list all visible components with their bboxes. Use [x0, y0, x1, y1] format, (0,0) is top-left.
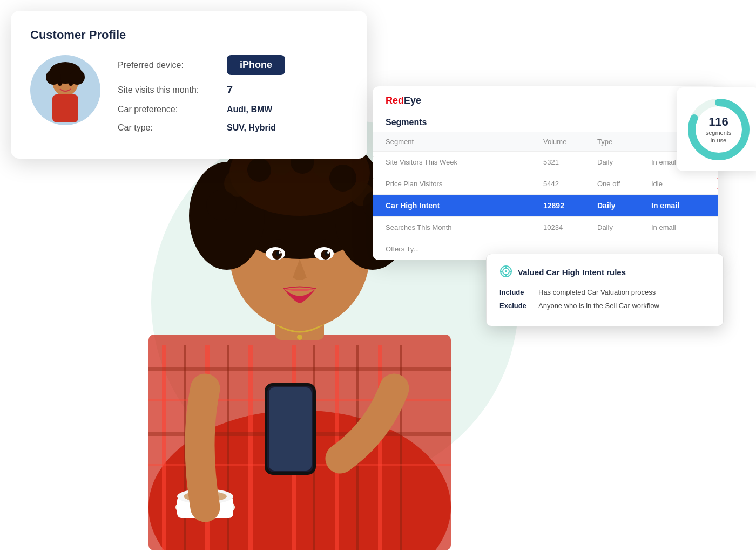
svg-point-31 [206, 190, 237, 220]
tooltip-popup: Valued Car High Intent rules Include Has… [486, 254, 724, 326]
segments-count: 116 [706, 114, 732, 128]
svg-rect-43 [269, 387, 312, 471]
segment-volume: 5442 [543, 180, 597, 188]
car-preference-label: Car preference: [118, 105, 220, 114]
avatar [30, 55, 100, 125]
redeye-brand-dark: Eye [404, 95, 421, 106]
table-row[interactable]: Price Plan Visitors 5442 One off Idle [373, 173, 718, 195]
segment-volume: 10234 [543, 223, 597, 231]
redeye-brand: RedEye [386, 95, 705, 106]
segment-status: In email [651, 223, 705, 231]
table-row[interactable]: Site Visitors This Week 5321 Daily In em… [373, 152, 718, 173]
col-header-volume: Volume [543, 138, 597, 146]
customer-profile-card: Customer Profile Preferred device: iP [11, 11, 367, 159]
car-preference-row: Car preference: Audi, BMW [118, 105, 348, 114]
segment-type: Daily [597, 223, 651, 231]
tooltip-rule-include: Include Has completed Car Valuation proc… [500, 288, 710, 296]
segment-name: Offers Ty... [386, 245, 543, 253]
redeye-header: RedEye [373, 86, 718, 113]
table-row-highlighted[interactable]: Car High Intent 12892 Daily In email [373, 195, 718, 217]
segment-type: Daily [597, 201, 651, 210]
customer-profile-title: Customer Profile [30, 28, 348, 42]
car-preference-value: Audi, BMW [227, 105, 272, 114]
iphone-badge: iPhone [227, 55, 285, 75]
svg-point-55 [69, 81, 73, 86]
svg-rect-2 [162, 345, 166, 550]
segments-chart: 116 segments in use [677, 87, 756, 171]
svg-rect-53 [52, 94, 78, 122]
include-label: Include [500, 288, 532, 296]
preferred-device-label: Preferred device: [118, 60, 220, 70]
donut-chart: 116 segments in use [686, 97, 751, 162]
col-header-segment: Segment [386, 138, 543, 146]
table-row[interactable]: Searches This Month 10234 Daily In email [373, 217, 718, 238]
svg-point-18 [297, 335, 302, 340]
segment-status: In email [651, 201, 705, 210]
svg-rect-13 [148, 367, 451, 371]
site-visits-label: Site visits this month: [118, 85, 220, 95]
eye-icon-btn[interactable] [373, 135, 374, 157]
segments-table: Segment Volume Type Site Visitors This W… [373, 132, 718, 260]
segments-label-line1: segments [706, 128, 732, 136]
segment-type: One off [597, 180, 651, 188]
segment-name: Site Visitors This Week [386, 158, 543, 166]
svg-point-63 [505, 270, 507, 272]
site-visits-value: 7 [227, 84, 233, 96]
svg-point-54 [58, 81, 62, 86]
svg-point-40 [327, 251, 329, 254]
segment-volume: 5321 [543, 158, 597, 166]
svg-rect-5 [227, 345, 229, 550]
svg-point-36 [279, 251, 281, 254]
site-visits-row: Site visits this month: 7 [118, 84, 348, 96]
exclude-label: Exclude [500, 302, 532, 310]
col-header-type: Type [597, 138, 651, 146]
car-type-value: SUV, Hybrid [227, 123, 276, 133]
redeye-brand-red: Red [386, 95, 404, 106]
segment-name: Car High Intent [386, 201, 543, 210]
segments-panel: RedEye Segments Segment Volume Type Site… [373, 86, 718, 260]
segment-volume: 12892 [543, 201, 597, 210]
svg-rect-11 [378, 345, 382, 550]
profile-details: Preferred device: iPhone Site visits thi… [118, 55, 348, 141]
preferred-device-row: Preferred device: iPhone [118, 55, 348, 75]
tooltip-rule-exclude: Exclude Anyone who is in the Sell Car wo… [500, 302, 710, 310]
include-text: Has completed Car Valuation process [538, 288, 656, 296]
table-header: Segment Volume Type [373, 132, 718, 152]
tooltip-title-text: Valued Car High Intent rules [518, 268, 626, 277]
svg-rect-6 [248, 345, 253, 550]
segments-title: Segments [373, 113, 718, 132]
exclude-text: Anyone who is in the Sell Car workflow [538, 302, 659, 310]
car-type-label: Car type: [118, 123, 220, 133]
person-icon-btn[interactable] [373, 157, 374, 179]
segment-status: Idle [651, 180, 705, 188]
svg-point-25 [247, 158, 271, 182]
segment-type: Daily [597, 158, 651, 166]
tooltip-title: Valued Car High Intent rules [500, 265, 710, 280]
segment-name: Price Plan Visitors [386, 180, 543, 188]
target-icon [500, 265, 512, 280]
donut-text: 116 segments in use [706, 114, 732, 144]
car-type-row: Car type: SUV, Hybrid [118, 123, 348, 133]
segment-name: Searches This Month [386, 223, 543, 231]
segments-label-line2: in use [706, 137, 732, 144]
